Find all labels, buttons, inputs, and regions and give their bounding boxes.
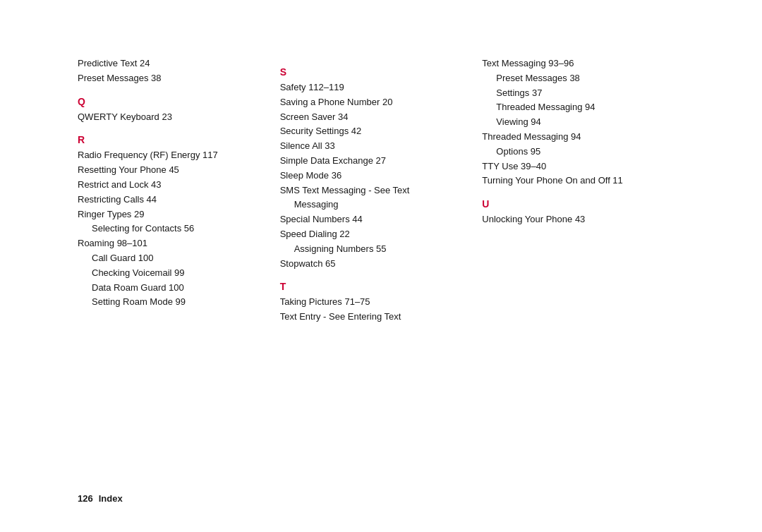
index-entry: Restrict and Lock 43 [78, 178, 266, 193]
section-header-r: R [78, 134, 266, 145]
index-entry: Silence All 33 [280, 139, 468, 154]
index-entry: Setting Roam Mode 99 [78, 295, 266, 310]
column-2: SSafety 112–119Saving a Phone Number 20S… [280, 56, 483, 325]
section-header-q: Q [78, 96, 266, 107]
footer: 126 Index [78, 493, 123, 504]
index-entry: Security Settings 42 [280, 124, 468, 139]
index-entry: Radio Frequency (RF) Energy 117 [78, 148, 266, 163]
section-header-s: S [280, 66, 468, 78]
index-entry: Threaded Messaging 94 [482, 100, 670, 115]
index-entry: Stopwatch 65 [280, 257, 468, 272]
index-entry: Preset Messages 38 [78, 71, 266, 86]
footer-label: Index [99, 493, 123, 504]
index-entry: Taking Pictures 71–75 [280, 295, 468, 310]
index-entry: Sleep Mode 36 [280, 169, 468, 183]
index-entry: Resetting Your Phone 45 [78, 163, 266, 178]
index-entry: Screen Saver 34 [280, 110, 468, 125]
content-area: Predictive Text 24Preset Messages 38QQWE… [78, 56, 684, 325]
index-entry: Assigning Numbers 55 [280, 242, 468, 257]
index-entry: Turning Your Phone On and Off 11 [482, 174, 670, 188]
index-entry: Data Roam Guard 100 [78, 281, 266, 296]
index-entry: Safety 112–119 [280, 80, 468, 95]
index-entry: Special Numbers 44 [280, 212, 468, 227]
index-entry: Text Messaging 93–96 [482, 56, 670, 71]
column-1: Predictive Text 24Preset Messages 38QQWE… [78, 56, 280, 325]
index-entry: Messaging [280, 198, 468, 212]
index-entry: Call Guard 100 [78, 251, 266, 266]
section-header-u: U [482, 198, 670, 210]
index-entry: QWERTY Keyboard 23 [78, 110, 266, 125]
index-entry: Roaming 98–101 [78, 236, 266, 251]
index-entry: Checking Voicemail 99 [78, 266, 266, 281]
index-entry: Predictive Text 24 [78, 56, 266, 71]
index-entry: Preset Messages 38 [482, 71, 670, 86]
footer-page-number: 126 [78, 493, 93, 504]
index-entry: Settings 37 [482, 86, 670, 101]
index-entry: Saving a Phone Number 20 [280, 95, 468, 110]
index-entry: Selecting for Contacts 56 [78, 222, 266, 236]
page: Predictive Text 24Preset Messages 38QQWE… [0, 0, 762, 532]
index-entry: Text Entry - See Entering Text [280, 310, 468, 325]
index-entry: Ringer Types 29 [78, 207, 266, 222]
index-entry: Speed Dialing 22 [280, 227, 468, 242]
index-entry: TTY Use 39–40 [482, 159, 670, 174]
index-entry: Simple Data Exchange 27 [280, 154, 468, 169]
index-entry: SMS Text Messaging - See Text [280, 183, 468, 198]
column-3: Text Messaging 93–96Preset Messages 38Se… [482, 56, 684, 325]
index-entry: Options 95 [482, 145, 670, 159]
index-entry: Unlocking Your Phone 43 [482, 212, 670, 227]
index-entry: Threaded Messaging 94 [482, 130, 670, 145]
section-header-t: T [280, 281, 468, 292]
index-entry: Viewing 94 [482, 115, 670, 130]
index-entry: Restricting Calls 44 [78, 193, 266, 207]
